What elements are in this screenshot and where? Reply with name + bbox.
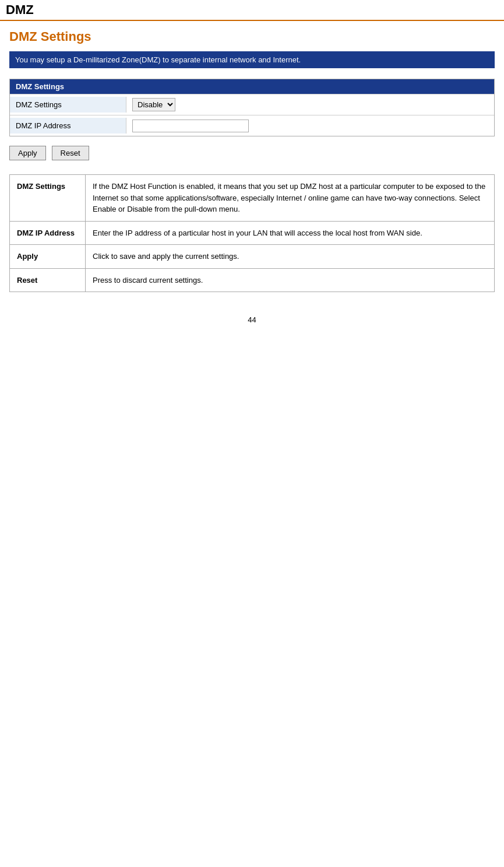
table-row: DMZ IP Address Enter the IP address of a… [10,221,495,245]
table-row: DMZ Settings If the DMZ Host Function is… [10,175,495,222]
dmz-settings-label: DMZ Settings [10,97,126,113]
apply-button[interactable]: Apply [9,146,46,160]
dmz-ip-row: DMZ IP Address [10,115,494,136]
page-footer: 44 [9,315,495,324]
dmz-ip-label: DMZ IP Address [10,118,126,134]
help-term-dmz-ip: DMZ IP Address [10,221,86,245]
help-desc-dmz-settings: If the DMZ Host Function is enabled, it … [86,175,495,222]
dmz-ip-value [126,116,255,136]
help-desc-apply: Click to save and apply the current sett… [86,245,495,269]
page-header: DMZ [0,0,504,21]
help-desc-reset: Press to discard current settings. [86,268,495,292]
button-row: Apply Reset [9,146,495,160]
dmz-settings-row: DMZ Settings Disable Enable [10,94,494,115]
main-content: DMZ Settings You may setup a De-militari… [0,21,504,332]
dmz-settings-value: Disable Enable [126,94,181,115]
help-table: DMZ Settings If the DMZ Host Function is… [9,174,495,292]
table-row: Apply Click to save and apply the curren… [10,245,495,269]
page-number: 44 [248,315,256,324]
help-term-dmz-settings: DMZ Settings [10,175,86,222]
header-title: DMZ [6,2,34,17]
reset-button[interactable]: Reset [52,146,89,160]
settings-box: DMZ Settings DMZ Settings Disable Enable… [9,79,495,136]
dmz-settings-select[interactable]: Disable Enable [132,98,175,111]
table-row: Reset Press to discard current settings. [10,268,495,292]
dmz-ip-input[interactable] [132,120,249,132]
settings-box-header: DMZ Settings [10,79,494,94]
help-term-apply: Apply [10,245,86,269]
help-desc-dmz-ip: Enter the IP address of a particular hos… [86,221,495,245]
page-title: DMZ Settings [9,29,495,44]
info-banner: You may setup a De-militarized Zone(DMZ)… [9,51,495,68]
help-term-reset: Reset [10,268,86,292]
